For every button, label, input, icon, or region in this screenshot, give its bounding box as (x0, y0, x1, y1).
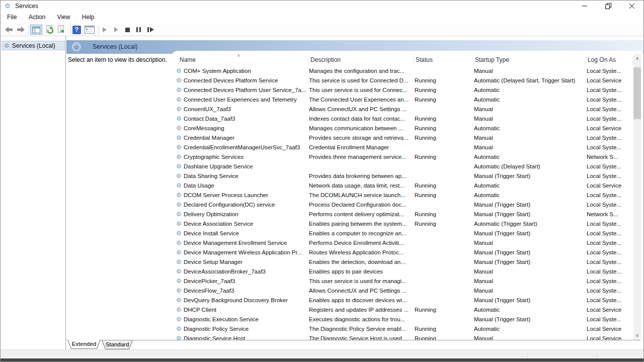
menu-help[interactable]: Help (77, 12, 99, 23)
service-gear-icon: ⚙ (176, 324, 184, 334)
table-row[interactable]: ⚙DevQuery Background Discovery Broker En… (172, 296, 633, 305)
service-gear-icon: ⚙ (176, 124, 184, 133)
tab-strip-line (66, 340, 640, 340)
window-bottom-edge (1, 358, 643, 362)
menu-bar: File Action View Help (1, 12, 643, 23)
service-gear-icon: ⚙ (176, 133, 184, 143)
table-row[interactable]: ⚙Data Usage Network data usage, data lim… (172, 181, 633, 191)
column-header-name[interactable]: Name (180, 56, 196, 63)
service-gear-icon: ⚙ (176, 152, 184, 162)
menu-file[interactable]: File (3, 12, 21, 23)
table-row[interactable]: ⚙Data Sharing Service Provides data brok… (172, 171, 633, 181)
tab-standard[interactable]: Standard (102, 340, 133, 349)
table-row[interactable]: ⚙Device Install Service Enables a comput… (172, 229, 633, 238)
export-list-icon[interactable] (57, 25, 66, 35)
band-gear-icon: ⚙ (72, 42, 81, 51)
app-gear-icon: ⚙ (5, 2, 11, 10)
table-row[interactable]: ⚙DHCP Client Registers and updates IP ad… (172, 305, 633, 315)
pause-service-icon[interactable] (135, 25, 141, 35)
table-row[interactable]: ⚙Connected Devices Platform Service This… (172, 76, 633, 85)
minimize-button[interactable] (573, 1, 596, 12)
show-console-tree-icon[interactable] (30, 25, 42, 35)
table-row[interactable]: ⚙Diagnostic Execution Service Executes d… (172, 315, 633, 324)
table-row[interactable]: ⚙Delivery Optimization Performs content … (172, 210, 633, 219)
table-row[interactable]: ⚙Cryptographic Services Provides three m… (172, 152, 633, 162)
scrollbar-thumb[interactable] (633, 67, 641, 119)
stop-service-icon[interactable] (124, 25, 130, 35)
tree-item-label: Services (Local) (12, 42, 55, 49)
tab-extended[interactable]: Extended (67, 340, 101, 349)
table-row[interactable]: ⚙Credential Manager Provides secure stor… (172, 133, 633, 143)
table-row[interactable]: ⚙Diagnostic Policy Service The Diagnosti… (172, 324, 633, 334)
column-header-status[interactable]: Status (416, 56, 433, 63)
toolbar: ? (1, 23, 643, 36)
table-row[interactable]: ⚙Contact Data_7aaf3 Indexes contact data… (172, 114, 633, 124)
restore-button[interactable] (597, 1, 620, 12)
scroll-up-icon[interactable]: ∧ (633, 54, 641, 63)
service-gear-icon: ⚙ (176, 219, 184, 229)
service-gear-icon: ⚙ (176, 315, 184, 324)
table-row[interactable]: ⚙CredentialEnrollmentManagerUserSvc_7aaf… (172, 143, 633, 152)
start-service-icon[interactable] (102, 25, 108, 35)
refresh-icon[interactable] (46, 25, 55, 35)
service-gear-icon: ⚙ (176, 85, 184, 95)
sort-ascending-icon: ∧ (237, 53, 240, 58)
table-row[interactable]: ⚙Device Management Wireless Application … (172, 248, 633, 257)
band-title: Services (Local) (93, 43, 138, 50)
table-row[interactable]: ⚙DevicesFlow_7aaf3 Allows ConnectUX and … (172, 286, 633, 296)
menu-view[interactable]: View (53, 12, 75, 23)
table-row[interactable]: ⚙COM+ System Application Manages the con… (172, 66, 633, 76)
close-button[interactable] (620, 1, 643, 12)
table-row[interactable]: ⚙Diagnostic Service Host The Diagnostic … (172, 334, 633, 340)
service-gear-icon: ⚙ (176, 171, 184, 181)
tree-item-services-local[interactable]: ⚙ Services (Local) (2, 41, 65, 50)
table-row[interactable]: ⚙Device Setup Manager Enables the detect… (172, 257, 633, 267)
column-header-description[interactable]: Description (310, 56, 341, 63)
service-gear-icon: ⚙ (176, 66, 184, 76)
table-row[interactable]: ⚙Connected Devices Platform User Service… (172, 85, 633, 95)
console-tree-panel: ⚙ Services (Local) (1, 36, 66, 349)
menu-action[interactable]: Action (24, 12, 50, 23)
service-gear-icon: ⚙ (176, 296, 184, 305)
service-gear-icon: ⚙ (176, 210, 184, 219)
table-row[interactable]: ⚙ConsentUX_7aaf3 Allows ConnectUX and PC… (172, 105, 633, 114)
service-gear-icon: ⚙ (176, 200, 184, 210)
table-row[interactable]: ⚙Device Management Enrollment Service Pe… (172, 238, 633, 248)
table-row[interactable]: ⚙Dashlane Upgrade Service Automatic (Del… (172, 162, 633, 171)
vertical-scrollbar[interactable]: ∧ ∨ (633, 54, 641, 340)
view-tab-strip: Extended Standard (66, 340, 643, 349)
resume-service-icon[interactable] (113, 25, 119, 35)
column-header-log-on-as[interactable]: Log On As (588, 56, 616, 63)
help-icon[interactable]: ? (72, 25, 81, 35)
service-gear-icon: ⚙ (176, 305, 184, 315)
service-gear-icon: ⚙ (176, 181, 184, 191)
table-header-row: ∧ Name Description Status Startup Type L… (172, 54, 641, 66)
service-gear-icon: ⚙ (176, 248, 184, 257)
column-header-startup-type[interactable]: Startup Type (475, 56, 509, 63)
scroll-down-icon[interactable]: ∨ (633, 331, 641, 340)
back-icon[interactable] (4, 25, 14, 35)
service-gear-icon: ⚙ (176, 105, 184, 114)
service-gear-icon: ⚙ (176, 238, 184, 248)
services-gear-icon: ⚙ (4, 42, 10, 49)
service-gear-icon: ⚙ (176, 267, 184, 277)
service-gear-icon: ⚙ (176, 162, 184, 171)
restart-service-icon[interactable] (146, 25, 154, 35)
content-panel: ⚙ Services (Local) Select an item to vie… (66, 36, 643, 349)
service-gear-icon: ⚙ (176, 143, 184, 152)
window-title: Services (15, 3, 38, 10)
table-row[interactable]: ⚙DeviceAssociationBroker_7aaf3 Enables a… (172, 267, 633, 277)
status-bar (1, 349, 643, 359)
table-row[interactable]: ⚙CoreMessaging Manages communication bet… (172, 124, 633, 133)
service-gear-icon: ⚙ (176, 76, 184, 85)
table-row[interactable]: ⚙Connected User Experiences and Telemetr… (172, 95, 633, 105)
services-window: ⚙ Services File Action View Help (0, 0, 644, 362)
properties-icon[interactable] (85, 25, 95, 35)
table-row[interactable]: ⚙DevicePicker_7aaf3 This user service is… (172, 277, 633, 286)
table-row[interactable]: ⚙DCOM Server Process Launcher The DCOMLA… (172, 191, 633, 200)
table-row[interactable]: ⚙Declared Configuration(DC) service Proc… (172, 200, 633, 210)
table-row[interactable]: ⚙Device Association Service Enables pair… (172, 219, 633, 229)
service-gear-icon: ⚙ (176, 286, 184, 296)
forward-icon[interactable] (16, 25, 26, 35)
status-bar-divider (528, 351, 529, 358)
